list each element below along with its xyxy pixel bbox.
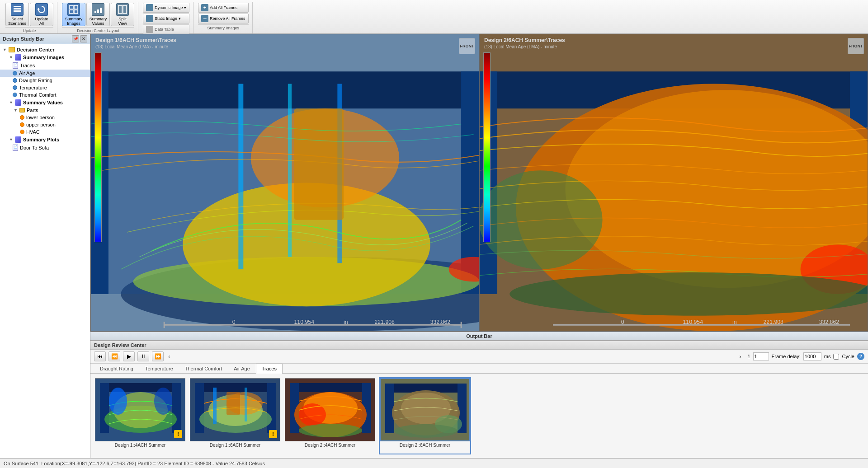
tree-item-upper-person[interactable]: upper person: [0, 121, 90, 128]
tree-item-lower-person[interactable]: lower person: [0, 114, 90, 121]
frame-number-input[interactable]: [753, 352, 769, 360]
output-bar: Output Bar: [90, 332, 868, 341]
frame-delay-label: Frame delay:: [772, 354, 801, 359]
tree-item-traces[interactable]: 📄 Traces: [0, 61, 90, 70]
nav-next[interactable]: ›: [740, 354, 741, 359]
summary-plots-icon: [15, 136, 21, 143]
data-table-button[interactable]: Data Table: [143, 24, 189, 34]
tree-item-draught-rating[interactable]: Draught Rating: [0, 77, 90, 84]
parts-arrow: ▼: [14, 108, 18, 112]
add-all-frames-button[interactable]: + Add All Frames: [198, 3, 249, 13]
temperature-icon: [13, 85, 17, 90]
svg-rect-69: [195, 383, 276, 392]
svg-rect-6: [70, 10, 73, 14]
tab-temperature[interactable]: Temperature: [139, 364, 179, 373]
svg-rect-11: [118, 5, 122, 14]
summary-values-button[interactable]: Summary Values: [86, 3, 110, 26]
svg-rect-5: [74, 5, 78, 9]
parts-label: Parts: [27, 108, 38, 113]
tree-section-parts[interactable]: ▼ Parts: [0, 107, 90, 114]
svg-point-93: [394, 424, 458, 438]
media-pause-button[interactable]: ⏸: [137, 351, 149, 361]
data-table-label: Data Table: [155, 27, 174, 32]
color-scale-bar-2: [483, 52, 491, 242]
svg-rect-71: [267, 383, 276, 433]
status-text: On Surface 541: Location(X=-99.3081,Y=-1…: [4, 461, 265, 466]
cycle-checkbox[interactable]: [833, 354, 839, 360]
view-panel-1[interactable]: Design 1\6ACH Summer\Traces (13) Local M…: [90, 34, 479, 332]
lower-person-label: lower person: [26, 115, 55, 120]
update-all-button[interactable]: Update All: [30, 3, 53, 26]
view-2-subtitle: (13) Local Mean Age (LMA) - minute: [484, 44, 557, 49]
tree-item-door-to-sofa[interactable]: 📄 Door To Sofa: [0, 144, 90, 152]
tree-panel: ▼ Decision Center ▼ Summary Images 📄 Tra…: [0, 44, 90, 458]
svg-rect-15: [91, 71, 479, 108]
svg-rect-7: [74, 10, 78, 14]
temperature-label: Temperature: [19, 85, 47, 90]
summary-images-button[interactable]: Summary Images: [62, 3, 85, 26]
tree-section-summary-images[interactable]: ▼ Summary Images: [0, 53, 90, 61]
frame-delay-input[interactable]: [803, 352, 821, 360]
thumbnail-design1-4ach[interactable]: ! Design 1::4ACH Summer: [94, 377, 186, 454]
tab-air-age[interactable]: Air Age: [228, 364, 255, 373]
svg-text:332.862: 332.862: [819, 319, 840, 325]
thumbnail-img-1: !: [95, 378, 185, 441]
thumbnail-design2-4ach[interactable]: Design 2::4ACH Summer: [284, 377, 376, 454]
media-play-button[interactable]: ▶: [123, 351, 135, 361]
view-2-front-label: FRONT: [848, 38, 864, 54]
help-icon[interactable]: ?: [857, 353, 864, 360]
thumbnail-design2-6ach[interactable]: Design 2::6ACH Summer: [379, 377, 471, 454]
tabs-bar: Draught Rating Temperature Thermal Comfo…: [90, 364, 868, 374]
summary-plots-arrow: ▼: [9, 137, 13, 142]
svg-point-66: [109, 388, 127, 415]
svg-rect-10: [100, 8, 102, 13]
svg-rect-62: [100, 383, 109, 433]
svg-text:221.908: 221.908: [763, 319, 783, 325]
svg-text:110.954: 110.954: [683, 319, 703, 325]
tab-thermal-comfort[interactable]: Thermal Comfort: [179, 364, 228, 373]
sidebar-pin-button[interactable]: 📌: [72, 35, 79, 42]
tab-draught-rating[interactable]: Draught Rating: [94, 364, 139, 373]
view-panel-2[interactable]: Design 2\6ACH Summer\Traces (13) Local M…: [479, 34, 868, 332]
svg-rect-12: [123, 5, 127, 14]
select-scenarios-button[interactable]: Select Scenarios: [5, 3, 29, 26]
toolbar-group-save: Dynamic Image ▾ Static Image ▾ Data Tabl…: [139, 2, 193, 33]
traces-icon: 📄: [13, 62, 18, 69]
svg-rect-8: [94, 11, 96, 13]
review-center-title: Design Review Center: [94, 342, 146, 348]
hvac-label: HVAC: [26, 129, 40, 135]
svg-rect-1: [14, 8, 21, 9]
svg-text:221.908: 221.908: [374, 319, 395, 325]
nav-prev[interactable]: ‹: [166, 353, 172, 360]
split-view-label: Split View: [118, 17, 127, 26]
dynamic-image-button[interactable]: Dynamic Image ▾: [143, 3, 189, 13]
split-view-button[interactable]: Split View: [111, 3, 134, 26]
tree-section-summary-values[interactable]: ▼ Summary Values: [0, 98, 90, 107]
svg-point-67: [154, 388, 172, 415]
svg-rect-77: [245, 388, 247, 421]
door-to-sofa-icon: 📄: [13, 145, 18, 151]
tree-item-hvac[interactable]: HVAC: [0, 128, 90, 136]
add-all-frames-label: Add All Frames: [210, 5, 237, 10]
sidebar-close-button[interactable]: ✕: [80, 35, 87, 42]
tree-item-temperature[interactable]: Temperature: [0, 84, 90, 91]
static-image-button[interactable]: Static Image ▾: [143, 14, 189, 23]
view-1-front-label: FRONT: [459, 38, 475, 54]
remove-all-frames-button[interactable]: − Remove All Frames: [198, 14, 249, 23]
thumbnail-label-2: Design 1::6ACH Summer: [210, 443, 260, 448]
thumbnail-img-4: [380, 378, 470, 441]
tree-item-air-age[interactable]: Air Age: [0, 70, 90, 77]
traces-label: Traces: [20, 63, 35, 68]
svg-text:0: 0: [232, 319, 236, 325]
media-next-button[interactable]: ⏩: [152, 351, 164, 361]
tree-root-decision-center[interactable]: ▼ Decision Center: [0, 46, 90, 53]
tab-traces[interactable]: Traces: [256, 364, 283, 374]
thumbnail-design1-6ach[interactable]: ! Design 1::6ACH Summer: [189, 377, 281, 454]
color-scale-1: [94, 52, 104, 251]
summary-images-buttons: + Add All Frames − Remove All Frames: [198, 3, 249, 23]
save-buttons: Dynamic Image ▾ Static Image ▾ Data Tabl…: [143, 3, 189, 34]
tree-item-thermal-comfort[interactable]: Thermal Comfort: [0, 91, 90, 98]
media-first-button[interactable]: ⏮: [94, 351, 106, 361]
media-prev-button[interactable]: ⏪: [108, 351, 120, 361]
tree-section-summary-plots[interactable]: ▼ Summary Plots: [0, 136, 90, 144]
